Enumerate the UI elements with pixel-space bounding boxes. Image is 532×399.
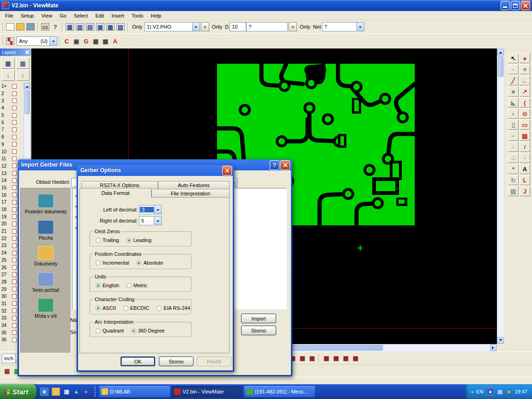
vector-tool-icon[interactable]: ↗ [520, 86, 530, 97]
place-item[interactable]: Poslední dokumenty [21, 194, 71, 215]
ok-button[interactable]: OK [121, 357, 155, 366]
radio-leading[interactable]: Leading [127, 237, 151, 243]
chevron-down-icon[interactable] [357, 23, 364, 31]
layer-visibility-checkbox[interactable] [12, 207, 17, 212]
clock[interactable]: 19:47 [514, 389, 527, 394]
layer-visibility-checkbox[interactable] [12, 243, 17, 248]
place-item[interactable]: Plocha [21, 220, 71, 241]
layer-visibility-checkbox[interactable] [12, 106, 17, 110]
layer-visibility-checkbox[interactable] [12, 178, 17, 183]
layer-visibility-checkbox[interactable] [12, 308, 17, 313]
grid-dot-tool-icon[interactable]: · [520, 153, 530, 163]
chevron-down-icon[interactable] [154, 206, 161, 214]
radio-incremental[interactable]: Incremental [96, 260, 129, 266]
scroll-up-icon[interactable] [497, 49, 504, 55]
scroll-right-icon[interactable] [490, 345, 496, 351]
net-combo[interactable]: ? [322, 22, 364, 31]
radio-button[interactable] [123, 306, 128, 311]
scroll-thumb[interactable] [498, 56, 503, 77]
letter-l-tool-icon[interactable]: L [520, 175, 530, 185]
film-4-icon[interactable]: ▩ [297, 354, 307, 363]
layer-row[interactable]: 3 [0, 97, 23, 104]
print-icon[interactable]: ▭ [41, 23, 49, 30]
layers-table-icon[interactable]: ▦ [1, 58, 15, 69]
board-4-icon[interactable]: ▩ [351, 354, 360, 363]
menu-select[interactable]: Select [70, 12, 92, 19]
dcode-input[interactable]: 10 [230, 22, 246, 31]
layer-visibility-checkbox[interactable] [12, 171, 17, 175]
menu-view[interactable]: View [37, 12, 56, 19]
film-box-icon[interactable]: ▣ [96, 23, 104, 30]
gerber-options-titlebar[interactable]: Gerber Options [78, 165, 233, 176]
polyline-tool-icon[interactable]: ∟ [520, 75, 530, 85]
radio-button[interactable] [136, 260, 141, 266]
layer-visibility-checkbox[interactable] [12, 338, 17, 342]
menu-file[interactable]: File [1, 12, 17, 19]
radio-quadrant[interactable]: Quadrant [96, 328, 124, 333]
chevron-down-icon[interactable] [192, 23, 200, 31]
radio-360-degree[interactable]: 360 Degree [131, 328, 165, 333]
radio-button[interactable] [96, 260, 101, 266]
board-2-icon[interactable]: ▩ [331, 354, 341, 363]
scroll-thumb[interactable] [24, 90, 30, 114]
taskbar-task[interactable]: V2.bin - ViewMate [172, 386, 242, 397]
layer-down-icon[interactable]: ↓ [1, 70, 15, 81]
toolbar-grip[interactable] [1, 23, 3, 31]
close-icon[interactable] [25, 50, 29, 54]
menu-setup[interactable]: Setup [17, 12, 38, 19]
tray-lang-icon[interactable]: ● [486, 388, 494, 395]
radio-button[interactable] [127, 283, 132, 288]
layer-visibility-checkbox[interactable] [12, 222, 17, 226]
layer-visibility-checkbox[interactable] [12, 84, 17, 89]
radio-button[interactable] [96, 238, 101, 243]
scroll-up-icon[interactable] [24, 83, 30, 89]
tray-display-icon[interactable]: ▤ [496, 388, 503, 395]
layer-row[interactable]: 8 [0, 133, 23, 141]
outline-rect-tool-icon[interactable]: ▯ [508, 120, 519, 130]
layer-combo[interactable]: 1) V2.PHO [145, 22, 200, 31]
tray-alert-icon[interactable]: ■ [505, 388, 512, 395]
start-button[interactable]: Start [0, 384, 36, 399]
tab-auto-features[interactable]: Auto Features [158, 181, 230, 189]
layer-visibility-checkbox[interactable] [12, 316, 17, 320]
right-of-decimal-combo[interactable]: 5 [139, 216, 162, 225]
place-item[interactable]: Dokumenty [21, 246, 71, 267]
stack-tool-icon[interactable]: ≡ [520, 64, 530, 74]
layer-visibility-checkbox[interactable] [12, 127, 17, 132]
layer-visibility-checkbox[interactable] [12, 287, 17, 291]
layer-row[interactable]: 10 [0, 148, 23, 155]
layer-visibility-checkbox[interactable] [12, 251, 17, 255]
only-net-label[interactable]: Only [300, 24, 310, 30]
layer-row[interactable]: 5 [0, 112, 23, 119]
layer-visibility-checkbox[interactable] [12, 279, 17, 284]
save-icon[interactable] [26, 23, 35, 30]
layer-visibility-checkbox[interactable] [12, 185, 17, 190]
half-disc-tool-icon[interactable]: ◗ [508, 109, 519, 119]
selection-filter-combo[interactable]: Any (U) [17, 36, 57, 46]
language-indicator[interactable]: EN [476, 389, 483, 394]
grid-dots-icon[interactable]: ▩ [106, 23, 115, 30]
layer-visibility-checkbox[interactable] [12, 323, 17, 328]
filled-rect-tool-icon[interactable]: ■ [508, 86, 519, 97]
only-layer-label[interactable]: Only [132, 24, 143, 30]
radio-button[interactable] [127, 238, 132, 243]
measure-grid-icon[interactable]: ▨ [116, 23, 125, 30]
tab-file-interpretation[interactable]: File Interpretation [151, 189, 230, 197]
layer-row[interactable]: 1+ [0, 83, 23, 90]
layer-visibility-checkbox[interactable] [12, 258, 17, 262]
only-dcode-label[interactable]: Only [212, 24, 223, 30]
close-button[interactable] [280, 160, 290, 170]
select-net-icon[interactable]: ▣ [72, 36, 81, 46]
radio-button[interactable] [96, 306, 101, 311]
letter-j-tool-icon[interactable]: J [520, 186, 530, 196]
prev-layer-button[interactable]: < [201, 22, 209, 31]
place-item[interactable]: Tento počítač [21, 272, 71, 293]
radio-button[interactable] [96, 328, 101, 333]
layer-row[interactable]: 9 [0, 141, 23, 148]
layer-visibility-checkbox[interactable] [12, 135, 17, 139]
desktop-icon[interactable]: ▦ [62, 387, 71, 396]
layer-up-icon[interactable]: ↑ [16, 70, 30, 81]
layer-visibility-checkbox[interactable] [12, 157, 17, 161]
radio-button[interactable] [157, 306, 162, 311]
help-button[interactable]: ? [270, 160, 279, 170]
